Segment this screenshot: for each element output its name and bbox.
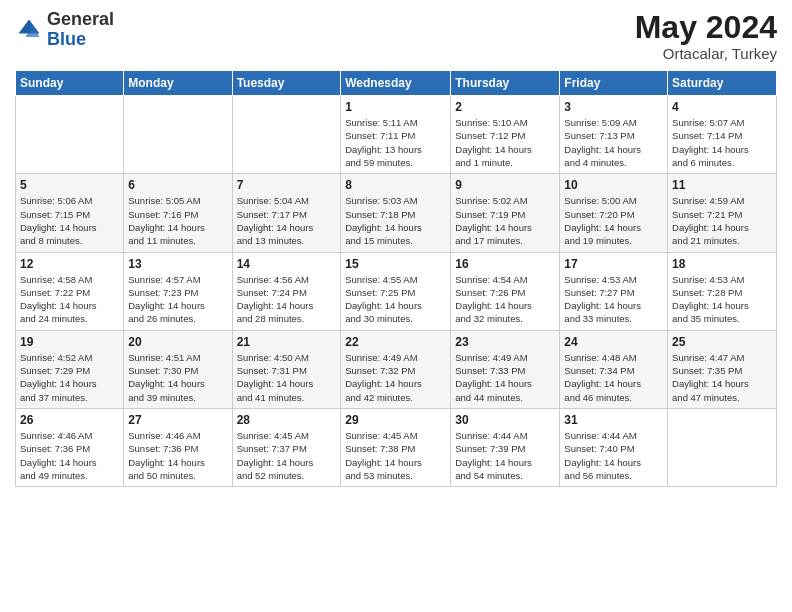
- day-header-friday: Friday: [560, 71, 668, 96]
- day-info: Sunrise: 4:49 AMSunset: 7:33 PMDaylight:…: [455, 351, 555, 404]
- calendar-cell: [668, 408, 777, 486]
- calendar-cell: 24Sunrise: 4:48 AMSunset: 7:34 PMDayligh…: [560, 330, 668, 408]
- day-number: 26: [20, 413, 119, 427]
- title-block: May 2024 Ortacalar, Turkey: [635, 10, 777, 62]
- day-number: 28: [237, 413, 337, 427]
- day-number: 5: [20, 178, 119, 192]
- calendar-cell: 19Sunrise: 4:52 AMSunset: 7:29 PMDayligh…: [16, 330, 124, 408]
- day-info: Sunrise: 5:11 AMSunset: 7:11 PMDaylight:…: [345, 116, 446, 169]
- calendar-cell: [232, 96, 341, 174]
- day-info: Sunrise: 5:00 AMSunset: 7:20 PMDaylight:…: [564, 194, 663, 247]
- day-number: 8: [345, 178, 446, 192]
- calendar-cell: 20Sunrise: 4:51 AMSunset: 7:30 PMDayligh…: [124, 330, 232, 408]
- calendar-week-row: 19Sunrise: 4:52 AMSunset: 7:29 PMDayligh…: [16, 330, 777, 408]
- day-number: 13: [128, 257, 227, 271]
- day-number: 11: [672, 178, 772, 192]
- logo-general-text: General: [47, 9, 114, 29]
- day-number: 2: [455, 100, 555, 114]
- day-info: Sunrise: 4:49 AMSunset: 7:32 PMDaylight:…: [345, 351, 446, 404]
- day-info: Sunrise: 5:05 AMSunset: 7:16 PMDaylight:…: [128, 194, 227, 247]
- logo: General Blue: [15, 10, 114, 50]
- day-header-monday: Monday: [124, 71, 232, 96]
- calendar-cell: 13Sunrise: 4:57 AMSunset: 7:23 PMDayligh…: [124, 252, 232, 330]
- calendar-cell: 8Sunrise: 5:03 AMSunset: 7:18 PMDaylight…: [341, 174, 451, 252]
- header: General Blue May 2024 Ortacalar, Turkey: [15, 10, 777, 62]
- day-number: 18: [672, 257, 772, 271]
- day-number: 24: [564, 335, 663, 349]
- calendar-cell: 27Sunrise: 4:46 AMSunset: 7:36 PMDayligh…: [124, 408, 232, 486]
- calendar-table: SundayMondayTuesdayWednesdayThursdayFrid…: [15, 70, 777, 487]
- day-number: 10: [564, 178, 663, 192]
- day-number: 19: [20, 335, 119, 349]
- day-info: Sunrise: 4:44 AMSunset: 7:39 PMDaylight:…: [455, 429, 555, 482]
- day-info: Sunrise: 4:51 AMSunset: 7:30 PMDaylight:…: [128, 351, 227, 404]
- day-info: Sunrise: 4:47 AMSunset: 7:35 PMDaylight:…: [672, 351, 772, 404]
- day-info: Sunrise: 5:09 AMSunset: 7:13 PMDaylight:…: [564, 116, 663, 169]
- day-info: Sunrise: 4:58 AMSunset: 7:22 PMDaylight:…: [20, 273, 119, 326]
- day-header-saturday: Saturday: [668, 71, 777, 96]
- calendar-cell: 3Sunrise: 5:09 AMSunset: 7:13 PMDaylight…: [560, 96, 668, 174]
- day-number: 12: [20, 257, 119, 271]
- calendar-cell: 7Sunrise: 5:04 AMSunset: 7:17 PMDaylight…: [232, 174, 341, 252]
- calendar-cell: 22Sunrise: 4:49 AMSunset: 7:32 PMDayligh…: [341, 330, 451, 408]
- day-info: Sunrise: 5:04 AMSunset: 7:17 PMDaylight:…: [237, 194, 337, 247]
- day-info: Sunrise: 5:06 AMSunset: 7:15 PMDaylight:…: [20, 194, 119, 247]
- day-info: Sunrise: 4:46 AMSunset: 7:36 PMDaylight:…: [128, 429, 227, 482]
- day-number: 31: [564, 413, 663, 427]
- day-info: Sunrise: 4:59 AMSunset: 7:21 PMDaylight:…: [672, 194, 772, 247]
- calendar-cell: 14Sunrise: 4:56 AMSunset: 7:24 PMDayligh…: [232, 252, 341, 330]
- day-number: 22: [345, 335, 446, 349]
- calendar-cell: [16, 96, 124, 174]
- day-info: Sunrise: 4:50 AMSunset: 7:31 PMDaylight:…: [237, 351, 337, 404]
- location-title: Ortacalar, Turkey: [635, 45, 777, 62]
- calendar-cell: 5Sunrise: 5:06 AMSunset: 7:15 PMDaylight…: [16, 174, 124, 252]
- calendar-cell: 11Sunrise: 4:59 AMSunset: 7:21 PMDayligh…: [668, 174, 777, 252]
- day-header-sunday: Sunday: [16, 71, 124, 96]
- days-header-row: SundayMondayTuesdayWednesdayThursdayFrid…: [16, 71, 777, 96]
- calendar-cell: 12Sunrise: 4:58 AMSunset: 7:22 PMDayligh…: [16, 252, 124, 330]
- calendar-cell: 6Sunrise: 5:05 AMSunset: 7:16 PMDaylight…: [124, 174, 232, 252]
- day-number: 30: [455, 413, 555, 427]
- day-info: Sunrise: 4:55 AMSunset: 7:25 PMDaylight:…: [345, 273, 446, 326]
- calendar-cell: 2Sunrise: 5:10 AMSunset: 7:12 PMDaylight…: [451, 96, 560, 174]
- day-info: Sunrise: 4:48 AMSunset: 7:34 PMDaylight:…: [564, 351, 663, 404]
- day-number: 25: [672, 335, 772, 349]
- month-year-title: May 2024: [635, 10, 777, 45]
- calendar-week-row: 26Sunrise: 4:46 AMSunset: 7:36 PMDayligh…: [16, 408, 777, 486]
- day-number: 27: [128, 413, 227, 427]
- day-info: Sunrise: 4:45 AMSunset: 7:37 PMDaylight:…: [237, 429, 337, 482]
- day-info: Sunrise: 4:52 AMSunset: 7:29 PMDaylight:…: [20, 351, 119, 404]
- calendar-cell: 21Sunrise: 4:50 AMSunset: 7:31 PMDayligh…: [232, 330, 341, 408]
- day-number: 17: [564, 257, 663, 271]
- day-number: 16: [455, 257, 555, 271]
- day-info: Sunrise: 4:44 AMSunset: 7:40 PMDaylight:…: [564, 429, 663, 482]
- calendar-week-row: 1Sunrise: 5:11 AMSunset: 7:11 PMDaylight…: [16, 96, 777, 174]
- calendar-cell: 28Sunrise: 4:45 AMSunset: 7:37 PMDayligh…: [232, 408, 341, 486]
- day-number: 21: [237, 335, 337, 349]
- day-info: Sunrise: 5:10 AMSunset: 7:12 PMDaylight:…: [455, 116, 555, 169]
- day-info: Sunrise: 5:07 AMSunset: 7:14 PMDaylight:…: [672, 116, 772, 169]
- day-number: 3: [564, 100, 663, 114]
- calendar-cell: 4Sunrise: 5:07 AMSunset: 7:14 PMDaylight…: [668, 96, 777, 174]
- day-header-thursday: Thursday: [451, 71, 560, 96]
- day-info: Sunrise: 4:53 AMSunset: 7:28 PMDaylight:…: [672, 273, 772, 326]
- calendar-cell: 26Sunrise: 4:46 AMSunset: 7:36 PMDayligh…: [16, 408, 124, 486]
- day-info: Sunrise: 5:02 AMSunset: 7:19 PMDaylight:…: [455, 194, 555, 247]
- calendar-cell: 10Sunrise: 5:00 AMSunset: 7:20 PMDayligh…: [560, 174, 668, 252]
- day-number: 9: [455, 178, 555, 192]
- day-info: Sunrise: 5:03 AMSunset: 7:18 PMDaylight:…: [345, 194, 446, 247]
- day-number: 20: [128, 335, 227, 349]
- calendar-cell: 16Sunrise: 4:54 AMSunset: 7:26 PMDayligh…: [451, 252, 560, 330]
- day-info: Sunrise: 4:53 AMSunset: 7:27 PMDaylight:…: [564, 273, 663, 326]
- day-number: 7: [237, 178, 337, 192]
- day-number: 6: [128, 178, 227, 192]
- day-number: 23: [455, 335, 555, 349]
- calendar-cell: 30Sunrise: 4:44 AMSunset: 7:39 PMDayligh…: [451, 408, 560, 486]
- calendar-cell: 15Sunrise: 4:55 AMSunset: 7:25 PMDayligh…: [341, 252, 451, 330]
- calendar-cell: 9Sunrise: 5:02 AMSunset: 7:19 PMDaylight…: [451, 174, 560, 252]
- day-number: 14: [237, 257, 337, 271]
- calendar-cell: 1Sunrise: 5:11 AMSunset: 7:11 PMDaylight…: [341, 96, 451, 174]
- calendar-cell: [124, 96, 232, 174]
- day-number: 1: [345, 100, 446, 114]
- calendar-week-row: 12Sunrise: 4:58 AMSunset: 7:22 PMDayligh…: [16, 252, 777, 330]
